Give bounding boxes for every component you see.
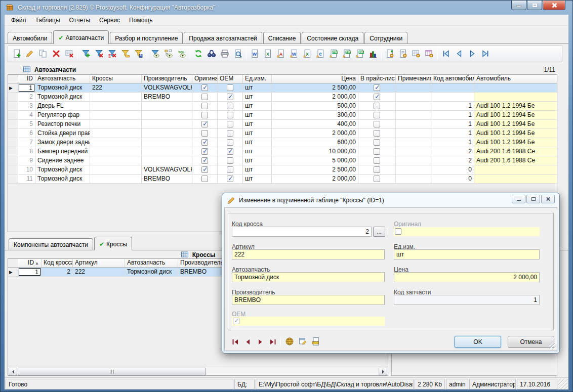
ok-button[interactable]: OK (455, 336, 501, 348)
tab-4[interactable]: Списание (263, 32, 301, 43)
filter-save-button[interactable] (132, 47, 145, 60)
row-selector-header[interactable] (8, 259, 18, 267)
find-button[interactable] (205, 47, 218, 60)
oem-checkbox[interactable] (227, 112, 233, 118)
oem-checkbox[interactable] (227, 94, 233, 100)
tab-1[interactable]: ✔Автозапчасти (53, 30, 109, 44)
export-csv-button[interactable]: CSV (327, 47, 340, 60)
table-row[interactable]: 10Тормозной дискVOLKSWAGVOLKSWшт2 500,00… (8, 165, 557, 175)
tab-3[interactable]: Продажа автозапчастей (184, 32, 262, 43)
table-row[interactable]: ▶1Тормозной диск222VOLKSWAGVOLKSWшт2 500… (8, 83, 557, 93)
article-input[interactable] (232, 249, 385, 259)
column-header-car[interactable]: Автомобиль (474, 75, 557, 83)
new-view-button[interactable] (383, 47, 396, 60)
in_pricelist-checkbox[interactable] (374, 94, 380, 100)
record-prev-button[interactable] (243, 337, 253, 346)
original-checkbox[interactable] (201, 176, 208, 182)
table-row[interactable]: 11Тормозной дискBREMBOшт2 000,000 (8, 175, 557, 184)
table-row[interactable]: 6Стойка двери праваяшт2 000,001Audi 100 … (8, 129, 557, 138)
browse-button[interactable]: ... (373, 227, 385, 237)
refresh-button[interactable] (192, 47, 205, 60)
column-header-car_code[interactable]: Код автомобиля (431, 75, 474, 83)
price-input[interactable] (394, 272, 540, 282)
column-header-crosses[interactable]: Кроссы (90, 75, 142, 83)
nav-prev-button[interactable] (453, 47, 466, 60)
oem-checkbox[interactable] (233, 318, 239, 324)
original-checkbox[interactable] (201, 84, 208, 91)
column-header-article[interactable]: Артикул (73, 259, 125, 267)
menu-item-0[interactable]: Файл (7, 15, 31, 25)
maximize-button[interactable] (527, 1, 542, 10)
export-txt-button[interactable]: TXT (340, 47, 353, 60)
original-checkbox[interactable] (201, 94, 208, 100)
dialog-minimize-button[interactable] (512, 195, 525, 203)
dialog-close-button[interactable] (541, 195, 555, 203)
record-first-button[interactable] (231, 337, 241, 346)
original-checkbox[interactable] (201, 157, 208, 164)
row-selector[interactable] (8, 156, 18, 165)
oem-checkbox[interactable] (227, 130, 233, 137)
part-input[interactable] (232, 272, 385, 282)
row-selector[interactable] (8, 147, 18, 156)
row-selector[interactable] (8, 120, 18, 128)
column-header-price[interactable]: Цена (272, 75, 358, 83)
table-row[interactable]: 7Замок двери заднийшт600,001Audi 100 1.2… (8, 138, 557, 147)
dialog-title-bar[interactable]: Изменение в подчиненной таблице "Кроссы"… (222, 193, 559, 207)
filter-clear-all-button[interactable] (106, 47, 119, 60)
oem-checkbox[interactable] (227, 139, 233, 146)
manufacturer-input[interactable] (232, 295, 385, 305)
sql-view-button[interactable]: SQL (175, 47, 188, 60)
table-row[interactable]: 4Регулятор фаршт300,001Audi 100 1.2 1994… (8, 111, 557, 120)
nav-last-button[interactable] (479, 47, 492, 60)
menu-item-4[interactable]: Помощь (125, 15, 157, 25)
oem-checkbox[interactable] (227, 103, 233, 109)
in_pricelist-checkbox[interactable] (374, 157, 380, 164)
copy-record-button[interactable] (36, 47, 50, 60)
delete-table-button[interactable] (63, 47, 76, 60)
table-row[interactable]: 3Дверь FLшт500,001Audi 100 1.2 1994 Бе (8, 102, 557, 111)
row-selector[interactable] (8, 102, 18, 110)
row-selector[interactable] (8, 129, 18, 138)
table-row[interactable]: 9Сидение заднеешт5 000,002Audi 200 1.6 1… (8, 156, 557, 165)
table-settings-button[interactable] (410, 47, 423, 60)
original-checkbox[interactable] (395, 228, 401, 235)
filter-add-button[interactable] (79, 47, 93, 60)
subtab-1[interactable]: ✔Кроссы (94, 237, 132, 250)
record-last-button[interactable] (267, 337, 277, 346)
original-checkbox[interactable] (201, 166, 208, 173)
close-button[interactable] (543, 1, 565, 10)
row-selector[interactable] (8, 175, 18, 183)
row-selector[interactable] (8, 93, 18, 101)
pdf-button[interactable]: A (274, 47, 288, 60)
row-selector-header[interactable] (8, 75, 18, 83)
in_pricelist-checkbox[interactable] (374, 84, 380, 91)
delete-record-button[interactable] (50, 47, 63, 60)
filter-view-button[interactable] (149, 47, 162, 60)
row-selector[interactable] (8, 111, 18, 119)
dialog-maximize-button[interactable] (526, 195, 540, 203)
globe-button[interactable] (284, 336, 295, 346)
original-checkbox[interactable] (201, 121, 208, 127)
oem-checkbox[interactable] (227, 84, 233, 91)
in_pricelist-checkbox[interactable] (374, 103, 380, 109)
in_pricelist-checkbox[interactable] (374, 166, 380, 173)
scroll-left-button[interactable] (9, 368, 17, 375)
menu-item-3[interactable]: Сервис (95, 15, 125, 25)
cancel-button[interactable]: Отмена (508, 336, 554, 348)
add-record-button[interactable] (10, 47, 23, 60)
export-word-button[interactable]: W (288, 47, 301, 60)
title-bar[interactable]: Склад и торговля (2.829) © Prostoysoft. … (1, 1, 572, 15)
original-checkbox[interactable] (201, 148, 208, 155)
menu-item-1[interactable]: Таблицы (31, 15, 65, 25)
column-header-original[interactable]: Оригинал (192, 75, 218, 83)
excel-button[interactable]: X (261, 47, 274, 60)
chart-button[interactable] (366, 47, 380, 60)
nav-first-button[interactable] (439, 47, 453, 60)
table-row[interactable]: 2Тормозной дискBREMBOшт2 000,00 (8, 93, 557, 102)
export-excel-button[interactable]: X (301, 47, 314, 60)
view-settings-button[interactable] (423, 47, 436, 60)
table-row[interactable]: 8Бампер переднийшт10 000,002Audi 200 1.6… (8, 147, 557, 156)
column-header-id[interactable]: ID (18, 75, 35, 83)
in_pricelist-checkbox[interactable] (374, 130, 380, 137)
original-checkbox[interactable] (201, 139, 208, 146)
